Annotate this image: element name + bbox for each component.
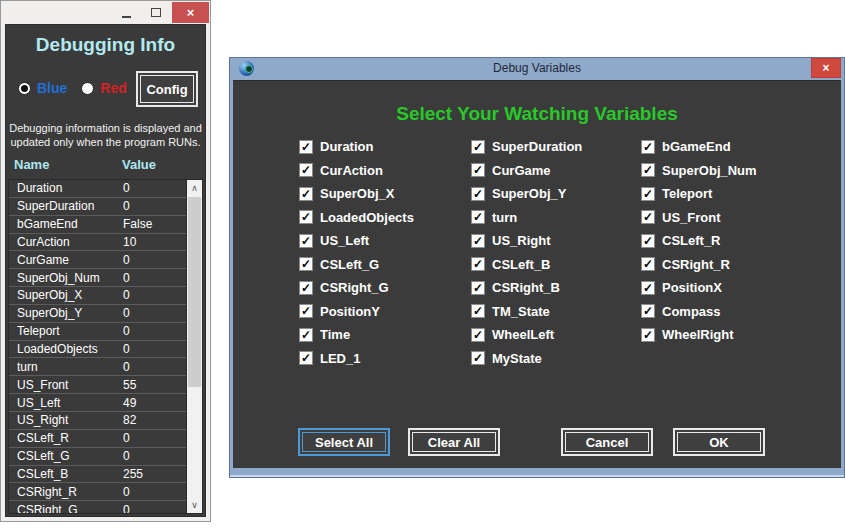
checkbox-icon[interactable]: ✓ <box>299 163 313 177</box>
checkbox-item[interactable]: ✓LED_1 <box>299 347 414 371</box>
checkbox-item[interactable]: ✓CSRight_B <box>471 276 582 300</box>
table-row[interactable]: SuperObj_Num0 <box>9 269 186 287</box>
select-all-button[interactable]: Select All <box>298 428 390 456</box>
close-button[interactable]: × <box>172 2 209 23</box>
table-row[interactable]: SuperDuration0 <box>9 198 186 216</box>
checkbox-item[interactable]: ✓WheelLeft <box>471 323 582 347</box>
table-row[interactable]: SuperObj_Y0 <box>9 305 186 323</box>
checkbox-icon[interactable]: ✓ <box>299 351 313 365</box>
checkbox-item[interactable]: ✓CurGame <box>471 159 582 183</box>
checkbox-item[interactable]: ✓turn <box>471 206 582 230</box>
minimize-icon <box>122 16 131 18</box>
clear-all-button[interactable]: Clear All <box>408 428 500 456</box>
table-row[interactable]: CSLeft_G0 <box>9 448 186 466</box>
table-row[interactable]: US_Left49 <box>9 394 186 412</box>
checkbox-icon[interactable]: ✓ <box>471 140 485 154</box>
checkbox-icon[interactable]: ✓ <box>641 140 655 154</box>
radio-red-label[interactable]: Red <box>100 80 126 96</box>
table-row[interactable]: turn0 <box>9 358 186 376</box>
checkbox-label: SuperDuration <box>492 139 582 154</box>
scrollbar-up-button[interactable]: ∧ <box>187 180 202 196</box>
checkbox-item[interactable]: ✓SuperObj_X <box>299 182 414 206</box>
checkbox-icon[interactable]: ✓ <box>641 281 655 295</box>
row-value: 255 <box>123 467 143 481</box>
checkbox-item[interactable]: ✓CSLeft_R <box>641 229 757 253</box>
table-row[interactable]: Teleport0 <box>9 323 186 341</box>
checkbox-icon[interactable]: ✓ <box>471 234 485 248</box>
checkbox-item[interactable]: ✓bGameEnd <box>641 135 757 159</box>
checkbox-icon[interactable]: ✓ <box>471 304 485 318</box>
checkbox-icon[interactable]: ✓ <box>471 328 485 342</box>
checkbox-item[interactable]: ✓PositionX <box>641 276 757 300</box>
checkbox-item[interactable]: ✓Time <box>299 323 414 347</box>
checkbox-item[interactable]: ✓CSRight_R <box>641 253 757 277</box>
table-row[interactable]: CSLeft_B255 <box>9 466 186 484</box>
row-value: 0 <box>123 360 130 374</box>
checkbox-icon[interactable]: ✓ <box>471 257 485 271</box>
checkbox-item[interactable]: ✓LoadedObjects <box>299 206 414 230</box>
row-name: CSRight_G <box>17 503 78 513</box>
minimize-button[interactable] <box>113 2 139 23</box>
checkbox-item[interactable]: ✓WheelRight <box>641 323 757 347</box>
table-row[interactable]: CurAction10 <box>9 234 186 252</box>
checkbox-icon[interactable]: ✓ <box>299 187 313 201</box>
maximize-button[interactable] <box>143 2 169 23</box>
checkbox-item[interactable]: ✓US_Left <box>299 229 414 253</box>
radio-blue[interactable] <box>18 82 31 95</box>
scrollbar-down-button[interactable]: ∨ <box>187 497 202 513</box>
table-row[interactable]: CSLeft_R0 <box>9 430 186 448</box>
checkbox-icon[interactable]: ✓ <box>471 163 485 177</box>
checkbox-icon[interactable]: ✓ <box>641 187 655 201</box>
ok-button[interactable]: OK <box>673 428 765 456</box>
checkbox-icon[interactable]: ✓ <box>471 351 485 365</box>
checkbox-icon[interactable]: ✓ <box>641 163 655 177</box>
checkbox-icon[interactable]: ✓ <box>641 328 655 342</box>
cancel-button[interactable]: Cancel <box>561 428 653 456</box>
table-scrollbar[interactable]: ∧ ∨ <box>186 180 202 513</box>
table-row[interactable]: bGameEndFalse <box>9 216 186 234</box>
checkbox-item[interactable]: ✓PositionY <box>299 300 414 324</box>
checkbox-item[interactable]: ✓CSLeft_B <box>471 253 582 277</box>
checkbox-item[interactable]: ✓SuperDuration <box>471 135 582 159</box>
checkbox-item[interactable]: ✓US_Front <box>641 206 757 230</box>
checkbox-icon[interactable]: ✓ <box>471 187 485 201</box>
table-row[interactable]: CurGame0 <box>9 251 186 269</box>
checkbox-item[interactable]: ✓TM_State <box>471 300 582 324</box>
checkbox-icon[interactable]: ✓ <box>299 234 313 248</box>
checkbox-item[interactable]: ✓Duration <box>299 135 414 159</box>
table-row[interactable]: LoadedObjects0 <box>9 341 186 359</box>
checkbox-icon[interactable]: ✓ <box>299 257 313 271</box>
table-row[interactable]: US_Right82 <box>9 412 186 430</box>
checkbox-icon[interactable]: ✓ <box>641 257 655 271</box>
table-row[interactable]: CSRight_G0 <box>9 501 186 513</box>
checkbox-item[interactable]: ✓MyState <box>471 347 582 371</box>
checkbox-item[interactable]: ✓SuperObj_Num <box>641 159 757 183</box>
config-button[interactable]: Config <box>136 71 198 107</box>
checkbox-icon[interactable]: ✓ <box>641 234 655 248</box>
checkbox-item[interactable]: ✓CurAction <box>299 159 414 183</box>
checkbox-item[interactable]: ✓CSRight_G <box>299 276 414 300</box>
checkbox-icon[interactable]: ✓ <box>471 281 485 295</box>
table-row[interactable]: US_Front55 <box>9 376 186 394</box>
checkbox-label: PositionY <box>320 304 380 319</box>
checkbox-icon[interactable]: ✓ <box>641 304 655 318</box>
table-row[interactable]: SuperObj_X0 <box>9 287 186 305</box>
table-row[interactable]: Duration0 <box>9 180 186 198</box>
table-row[interactable]: CSRight_R0 <box>9 483 186 501</box>
checkbox-icon[interactable]: ✓ <box>299 281 313 295</box>
scrollbar-thumb[interactable] <box>188 197 201 387</box>
checkbox-icon[interactable]: ✓ <box>471 210 485 224</box>
dialog-close-button[interactable]: × <box>811 58 841 78</box>
checkbox-icon[interactable]: ✓ <box>299 304 313 318</box>
radio-blue-label[interactable]: Blue <box>37 80 67 96</box>
radio-red[interactable] <box>81 82 94 95</box>
checkbox-icon[interactable]: ✓ <box>641 210 655 224</box>
checkbox-item[interactable]: ✓SuperObj_Y <box>471 182 582 206</box>
checkbox-item[interactable]: ✓US_Right <box>471 229 582 253</box>
checkbox-icon[interactable]: ✓ <box>299 328 313 342</box>
checkbox-item[interactable]: ✓CSLeft_G <box>299 253 414 277</box>
checkbox-item[interactable]: ✓Compass <box>641 300 757 324</box>
checkbox-item[interactable]: ✓Teleport <box>641 182 757 206</box>
checkbox-icon[interactable]: ✓ <box>299 140 313 154</box>
checkbox-icon[interactable]: ✓ <box>299 210 313 224</box>
